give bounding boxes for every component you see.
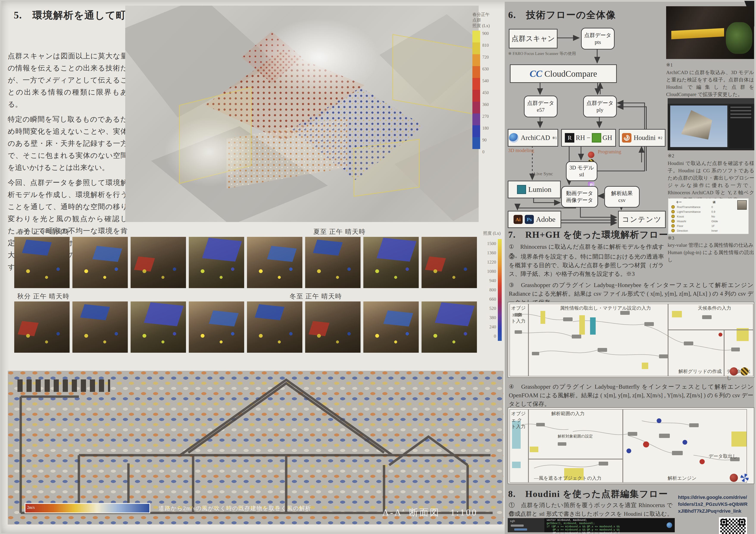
node-label: Adobe [536,215,555,223]
strip-scale-bar [498,239,502,341]
node-analysis-csv: 解析結果 csv [604,186,640,208]
strip-scale-unit: 照度 (Lx) [483,230,502,236]
kv-key: Direction [677,229,712,232]
axon-scale-bar [472,31,480,158]
kv-key: LightTransmittance [677,210,712,214]
node-lumion: Lumion [508,181,561,198]
code-line: getbbox(1, minbound, maxbound); [547,522,663,525]
node-label: ArchiCAD [521,134,550,142]
foliage [726,22,752,54]
node-e57: 点群データ e57 [524,96,557,117]
scale-tick: 520 [483,304,496,313]
gh-label-range-top: 解析範囲の入力 [551,410,585,417]
interior-photo [247,237,302,288]
node-pts: 点群データ pts [581,28,615,50]
kv-thumbnail [737,200,747,210]
interior-photo [421,237,477,288]
ladybug-icon [588,152,594,158]
node-label: 点群データ [586,100,613,107]
gh-section-dataout [746,409,753,482]
paragraph: 点群スキャンは図面以上に莫大な量の情報を伝えることの出来る技術だが、一方でメディ… [8,50,127,110]
key-icon [671,205,675,209]
honeybee-logo [741,367,749,375]
gh-diagram-wind: オブジェ クト入力 解析範囲の入力 解析対象範囲の設定 ―風を遮るオブジェクトの… [508,407,754,484]
node-media-data: 動画データ 画像データ [561,186,598,208]
node-label: コンテンツ [622,215,662,224]
axon-scale-subtitle: 点群 [472,17,502,23]
section7-title: 7. RH+GH を使った環境解析フロー [508,229,668,241]
section8-title: 8. Houdini を使った点群編集フロー [508,488,668,500]
interior-photo [305,301,361,353]
strip-label-summer: 夏至 正午 晴天時 [313,227,366,236]
scale-segment [472,54,480,66]
node-label: 解析結果 [611,190,633,197]
node-label: 3D モデル [569,164,594,171]
vex-code-screenshot: sgh vector minbound, maxbound; getbbox(1… [508,518,675,532]
interior-photo [14,301,69,353]
interior-photo [189,301,244,353]
scale-tick: 810 [482,39,489,51]
qr-finder [721,519,727,525]
gh-section-material [528,304,668,376]
key-icon [671,224,675,228]
key-icon [671,229,675,232]
scale-tick: 1500 [483,239,496,248]
node-name: sgh [510,519,515,522]
wind-legend-label: 2m/s [27,505,35,510]
scale-segment [472,78,480,90]
scale-tick: 0 [483,332,496,341]
qr-code [719,517,747,534]
node-label: e57 [537,107,545,114]
node-label: Houdini [634,134,656,142]
code-line: @P.z >= minbound.z && @P.z <= maxbound.z… [547,531,663,534]
caption2: Houdini で取込んだ点群を確認する様子。Houdini は CG 系のソフ… [668,160,754,204]
photoshop-icon: Ps [525,215,534,224]
scale-segment [472,66,480,78]
strip-scale: 照度 (Lx) 15001360122010809408006605203802… [483,230,502,341]
code-line: if (@P.x >= minbound.x && @P.x <= maxbou… [547,525,663,528]
node-label: pts [595,39,601,46]
scale-segment [472,114,480,125]
kv-key: Kousi [677,215,712,218]
photo-strip-row2 [14,301,484,353]
interior-photo [72,237,128,288]
node-label: Lumion [528,185,552,193]
node-label: 点群データ [527,100,554,107]
scale-tick: 630 [482,63,489,75]
key-icon [671,219,675,223]
interior-photo [189,237,244,288]
node-ply: 点群データ ply [583,96,617,117]
ladybug-logo [730,367,738,375]
scale-tick: 0 [482,146,489,158]
section7-item2: ② 境界条件を設定する。特に開口部における光の透過率を概算する目的で、取込んだ点… [509,252,664,278]
node-cloudcompare: CC CloudCompare [510,64,617,83]
scale-segment [472,31,480,42]
node-label: 動画データ [566,190,593,197]
scale-tick: 270 [482,111,489,122]
node-label: GH [603,134,612,142]
scale-tick: 1360 [483,248,496,258]
strip-scale-ticks: 15001360122010809408006605203802400 [483,239,496,341]
url-line: https://drive.google.com/drive/ [678,494,753,501]
kv-key: RoofTransmittance [677,205,712,209]
strip-label-spring: 春分 正午 晴天時 [17,227,69,236]
caption3-ref: ※3 [668,235,674,241]
node-houdini: Houdini ※2 [619,129,665,147]
axon-scale-ticks: 900810720630540450360270180900 [482,28,489,158]
programing-label: Programing [598,149,621,155]
scale-tick: 360 [482,99,489,111]
node-contents: コンテンツ [618,211,666,228]
kv-value: 1F [712,224,715,228]
kv-key-header: キー [676,200,713,204]
gh-label-range: 解析対象範囲の設定 [558,434,593,439]
network-node [514,528,527,531]
section6-title: 6. 技術フローの全体像 [508,9,616,21]
interior-photo [363,237,419,288]
cloudcompare-icon: CC [529,68,542,79]
scanner-note: ※ FARO Focus Laser Scanner 等の使用 [508,51,576,56]
glass-volume [354,139,419,196]
gh-label-material: 属性情報の取出し・マテリアル設定の入力 [560,305,651,311]
modeling-label: 3D modeling [508,148,534,153]
scale-segment [472,90,480,102]
scale-tick: 1080 [483,267,496,276]
